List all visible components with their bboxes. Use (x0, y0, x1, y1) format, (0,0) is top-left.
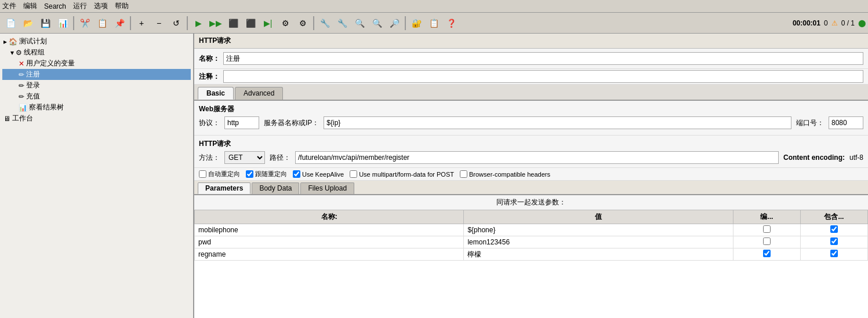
comment-row: 注释： (194, 69, 868, 85)
cb-keepalive-input[interactable] (293, 170, 300, 178)
param-include-cb[interactable] (800, 236, 867, 248)
param-value[interactable] (464, 236, 733, 248)
inner-tab-bar: Parameters Body Data Files Upload (194, 181, 868, 195)
cb-auto-redirect[interactable]: 自动重定向 (199, 170, 240, 178)
reset-button[interactable]: ↺ (168, 15, 184, 31)
item-icon: 📊 (19, 104, 27, 112)
stop-button[interactable]: ⬛ (225, 15, 241, 31)
copy-button[interactable]: 📋 (94, 15, 110, 31)
run-button[interactable]: ▶ (190, 15, 206, 31)
param-name[interactable] (195, 248, 464, 261)
menu-options[interactable]: 选项 (94, 1, 108, 11)
menu-search[interactable]: Search (44, 2, 66, 10)
param-value[interactable] (464, 248, 733, 261)
web-server-title: Web服务器 (199, 104, 863, 114)
cb-multipart[interactable]: Use multipart/form-data for POST (350, 170, 454, 178)
param-value[interactable] (464, 224, 733, 236)
stop-now-button[interactable]: ⬛ (242, 15, 259, 31)
tree-item-label: 测试计划 (19, 36, 47, 46)
table-row (195, 236, 868, 248)
tool1-button[interactable]: 🔧 (317, 15, 333, 31)
status-ratio: 0 / 1 (841, 19, 855, 27)
param-name[interactable] (195, 224, 464, 236)
section-title: HTTP请求 (199, 36, 231, 45)
path-label: 路径： (270, 153, 290, 163)
encoding-label: Content encoding: (783, 153, 845, 162)
tab-advanced[interactable]: Advanced (235, 87, 283, 100)
comment-input[interactable] (223, 70, 863, 83)
inner-tab-parameters[interactable]: Parameters (198, 182, 250, 194)
method-row: 方法： GET POST PUT DELETE 路径： Content enco… (199, 151, 863, 164)
item-icon: 🖥 (3, 115, 10, 123)
protocol-label: 协议： (199, 118, 220, 128)
zoom-button[interactable]: 🔎 (386, 15, 402, 31)
cb-follow-redirect[interactable]: 跟随重定向 (246, 170, 287, 178)
main-tab-bar: Basic Advanced (194, 85, 868, 101)
remove-button[interactable]: − (151, 15, 167, 31)
path-input[interactable] (295, 151, 779, 164)
left-panel: ▸ 🏠 测试计划 ▾ ⚙ 线程组 ✕ 用户定义的变量 ✏ 注册 ✏ 登录 ✏ 充… (0, 34, 194, 318)
open-button[interactable]: 📂 (20, 15, 36, 31)
lock-button[interactable]: 🔐 (408, 15, 424, 31)
new-button[interactable]: 📄 (2, 15, 19, 31)
port-input[interactable] (829, 116, 863, 129)
tree-item-result-tree[interactable]: 📊 察看结果树 (2, 102, 191, 113)
expand-icon: ▾ (10, 49, 14, 57)
method-label: 方法： (199, 153, 220, 163)
tree-item-thread-group[interactable]: ▾ ⚙ 线程组 (2, 47, 191, 58)
inner-tab-body-data[interactable]: Body Data (252, 182, 299, 194)
table-row (195, 248, 868, 261)
list-button[interactable]: 📋 (426, 15, 442, 31)
saveas-button[interactable]: 📊 (55, 15, 71, 31)
tree-item-recharge[interactable]: ✏ 充值 (2, 91, 191, 102)
sep2 (130, 16, 131, 30)
menu-edit[interactable]: 编辑 (23, 1, 37, 11)
cb-keepalive[interactable]: Use KeepAlive (293, 170, 344, 178)
param-edit-cb[interactable] (733, 224, 800, 236)
step-button[interactable]: ▶| (260, 15, 276, 31)
tree-item-login[interactable]: ✏ 登录 (2, 80, 191, 91)
help-button[interactable]: ❓ (443, 15, 459, 31)
tab-basic[interactable]: Basic (198, 87, 234, 100)
menu-help[interactable]: 帮助 (115, 1, 129, 11)
run-all-button[interactable]: ▶▶ (208, 15, 224, 31)
param-include-cb[interactable] (800, 248, 867, 261)
config-button[interactable]: ⚙ (277, 15, 293, 31)
tree-item-user-vars[interactable]: ✕ 用户定义的变量 (2, 58, 191, 69)
inner-tab-files-upload[interactable]: Files Upload (300, 182, 354, 194)
tree-item-label: 注册 (26, 70, 40, 79)
tree-item-label: 用户定义的变量 (26, 59, 75, 68)
cb-auto-redirect-input[interactable] (199, 170, 206, 178)
cb-multipart-input[interactable] (350, 170, 357, 178)
protocol-input[interactable] (224, 116, 259, 129)
tree-item-workbench[interactable]: 🖥 工作台 (2, 113, 191, 124)
name-input[interactable] (223, 52, 863, 65)
param-edit-cb[interactable] (733, 248, 800, 261)
warn-count: 0 (824, 19, 828, 27)
cb-follow-redirect-input[interactable] (246, 170, 253, 178)
tree-item-register[interactable]: ✏ 注册 (2, 69, 191, 80)
cb-browser-headers-input[interactable] (460, 170, 467, 178)
port-label: 端口号： (796, 118, 824, 128)
cut-button[interactable]: ✂️ (77, 15, 93, 31)
param-edit-cb[interactable] (733, 236, 800, 248)
param-include-cb[interactable] (800, 224, 867, 236)
param-name[interactable] (195, 236, 464, 248)
tree-item-test-plan[interactable]: ▸ 🏠 测试计划 (2, 36, 191, 47)
menu-file[interactable]: 文件 (2, 1, 16, 11)
save-button[interactable]: 💾 (37, 15, 53, 31)
cb-browser-headers[interactable]: Browser-compatible headers (460, 170, 550, 178)
tool2-button[interactable]: 🔧 (334, 15, 350, 31)
search-button[interactable]: 🔍 (351, 15, 368, 31)
menu-run[interactable]: 运行 (73, 1, 87, 11)
find-button[interactable]: 🔍 (369, 15, 385, 31)
tree-item-label: 线程组 (24, 47, 45, 57)
status-area: 00:00:01 0 ⚠ 0 / 1 ⬤ (793, 19, 866, 27)
method-select[interactable]: GET POST PUT DELETE (224, 151, 265, 164)
sep1 (73, 16, 74, 30)
add-button[interactable]: + (133, 15, 150, 31)
paste-button[interactable]: 📌 (111, 15, 128, 31)
tree-item-label: 工作台 (12, 114, 33, 123)
server-input[interactable] (324, 116, 791, 129)
config2-button[interactable]: ⚙ (295, 15, 311, 31)
